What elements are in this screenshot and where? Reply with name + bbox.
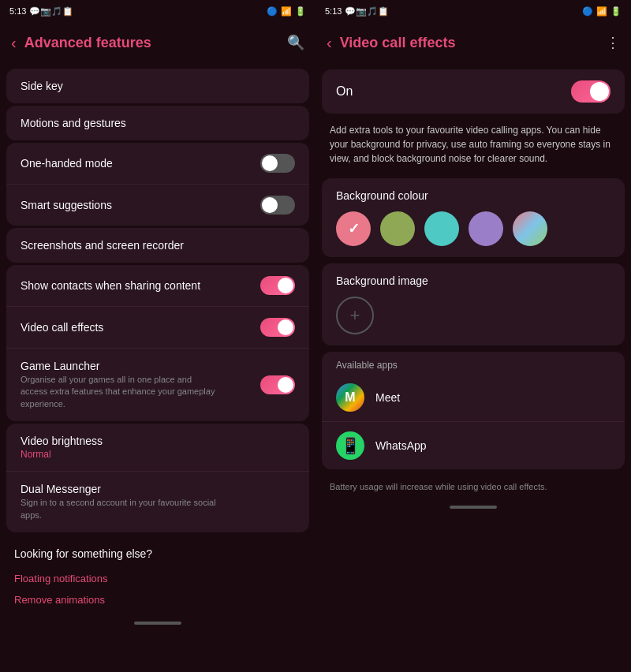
background-colour-section: Background colour (322, 178, 625, 257)
setting-item-one-handed[interactable]: One-handed mode (6, 143, 309, 185)
looking-title: Looking for something else? (14, 547, 301, 560)
section-card-screenshots: Screenshots and screen recorder (6, 228, 309, 263)
available-apps-label: Available apps (322, 352, 625, 374)
section-card-modes: One-handed mode Smart suggestions (6, 143, 309, 226)
on-toggle[interactable] (571, 80, 610, 103)
left-panel-title: Advanced features (24, 35, 279, 51)
setting-item-smart-suggestions[interactable]: Smart suggestions (6, 185, 309, 226)
app-item-whatsapp[interactable]: 📱 WhatsApp (322, 422, 625, 469)
whatsapp-name: WhatsApp (375, 439, 427, 452)
battery-note: Battery usage will increase while using … (316, 472, 631, 501)
setting-item-game-launcher[interactable]: Game Launcher Organise all your games al… (6, 349, 309, 421)
dual-messenger-desc: Sign in to a second account in your favo… (21, 497, 218, 521)
color-lavender[interactable] (469, 211, 503, 246)
setting-item-side-key[interactable]: Side key (6, 69, 309, 103)
app-item-meet[interactable]: M Meet (322, 374, 625, 422)
section-card-misc: Video brightness Normal Dual Messenger S… (6, 424, 309, 532)
color-gradient[interactable] (513, 211, 547, 246)
one-handed-label: One-handed mode (21, 157, 260, 170)
color-pink[interactable] (336, 211, 371, 246)
meet-icon: M (336, 383, 364, 412)
left-panel: 5:13 💬📷🎵📋 🔵 📶 🔋 ‹ Advanced features 🔍 Si… (0, 0, 316, 672)
more-icon-right[interactable]: ⋮ (606, 34, 620, 51)
motions-label: Motions and gestures (21, 117, 295, 129)
setting-item-show-contacts[interactable]: Show contacts when sharing content (6, 265, 309, 307)
toggle-video-call[interactable] (260, 318, 295, 337)
background-image-section: Background image + (322, 263, 625, 345)
right-panel-header: ‹ Video call effects ⋮ (316, 22, 631, 63)
status-bar-right: 5:13 💬📷🎵📋 🔵 📶 🔋 (316, 0, 631, 22)
section-card-sharing: Show contacts when sharing content Video… (6, 265, 309, 421)
background-colour-heading: Background colour (336, 189, 610, 202)
video-brightness-sublabel: Normal (21, 449, 295, 460)
scroll-indicator-right (450, 506, 497, 509)
status-time-left: 5:13 💬📷🎵📋 (9, 6, 73, 17)
on-toggle-row: On (322, 69, 625, 114)
add-background-image-button[interactable]: + (336, 297, 374, 334)
smart-suggestions-label: Smart suggestions (21, 199, 260, 211)
setting-item-motions[interactable]: Motions and gestures (6, 106, 309, 140)
left-panel-content: Side key Motions and gestures One-handed… (0, 63, 316, 672)
available-apps-section: Available apps M Meet 📱 WhatsApp (322, 352, 625, 469)
show-contacts-label: Show contacts when sharing content (21, 279, 260, 292)
right-panel-title: Video call effects (340, 35, 598, 51)
status-bar-left: 5:13 💬📷🎵📋 🔵 📶 🔋 (0, 0, 316, 22)
section-card-motions: Motions and gestures (6, 106, 309, 140)
toggle-show-contacts[interactable] (260, 276, 295, 295)
whatsapp-icon: 📱 (336, 431, 364, 460)
setting-item-screenshots[interactable]: Screenshots and screen recorder (6, 228, 309, 263)
game-launcher-desc: Organise all your games all in one place… (21, 374, 218, 410)
toggle-smart-suggestions[interactable] (260, 196, 295, 215)
screenshots-label: Screenshots and screen recorder (21, 239, 295, 252)
back-button-right[interactable]: ‹ (327, 34, 332, 52)
color-olive[interactable] (380, 211, 415, 246)
back-button-left[interactable]: ‹ (11, 34, 17, 52)
color-teal[interactable] (424, 211, 459, 246)
game-launcher-label: Game Launcher (21, 360, 260, 372)
scroll-indicator-left (134, 622, 181, 625)
left-panel-header: ‹ Advanced features 🔍 (0, 22, 316, 63)
video-call-label: Video call effects (21, 321, 260, 334)
color-circles (336, 211, 610, 246)
toggle-one-handed[interactable] (260, 154, 295, 173)
setting-item-video-brightness[interactable]: Video brightness Normal (6, 424, 309, 472)
video-brightness-label: Video brightness (21, 435, 295, 447)
section-card-sidekey: Side key (6, 69, 309, 103)
dual-messenger-label: Dual Messenger (21, 483, 295, 495)
looking-section: Looking for something else? Floating not… (0, 535, 316, 617)
side-key-label: Side key (21, 80, 295, 92)
background-image-heading: Background image (336, 274, 610, 287)
description-text: Add extra tools to your favourite video … (316, 114, 631, 175)
setting-item-video-call[interactable]: Video call effects (6, 307, 309, 349)
meet-name: Meet (375, 391, 400, 404)
search-icon-left[interactable]: 🔍 (287, 34, 304, 51)
floating-notifications-link[interactable]: Floating notifications (14, 568, 301, 589)
remove-animations-link[interactable]: Remove animations (14, 589, 301, 610)
right-panel: 5:13 💬📷🎵📋 🔵 📶 🔋 ‹ Video call effects ⋮ O… (316, 0, 631, 672)
setting-item-dual-messenger[interactable]: Dual Messenger Sign in to a second accou… (6, 472, 309, 532)
status-time-right: 5:13 💬📷🎵📋 (325, 6, 389, 17)
toggle-game-launcher[interactable] (260, 375, 295, 394)
on-label: On (336, 84, 353, 99)
